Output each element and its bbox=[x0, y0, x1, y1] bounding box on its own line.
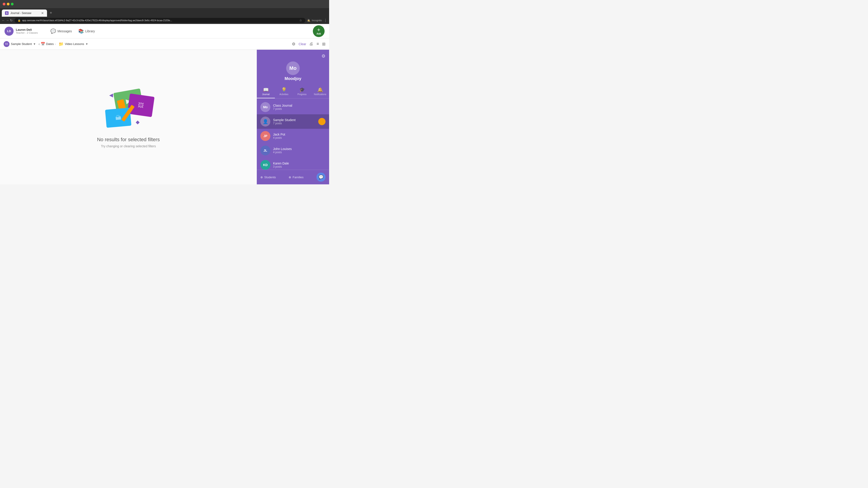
karen-dale-info: Karen Dale 3 posts bbox=[273, 162, 289, 168]
journal-tab-icon: 📖 bbox=[263, 87, 269, 92]
no-results-title: No results for selected filters bbox=[97, 137, 160, 142]
add-label: Add bbox=[316, 33, 321, 35]
sidebar-item-karen-dale[interactable]: KD Karen Dale 3 posts bbox=[257, 158, 329, 170]
list-view-icon[interactable]: ≡ bbox=[316, 41, 319, 46]
jack-pot-info: Jack Pot 4 posts bbox=[273, 133, 285, 139]
folder-name: Video Lessons bbox=[65, 42, 84, 46]
tab-bar: S Journal - Seesaw ✕ + bbox=[0, 8, 329, 17]
close-button[interactable] bbox=[3, 3, 5, 5]
no-results-subtitle: Try changing or clearing selected filter… bbox=[101, 144, 156, 148]
user-info: LD Lauren Deli Teacher - 2 Classes bbox=[4, 27, 38, 36]
folder-chevron-icon: ▼ bbox=[86, 42, 88, 46]
menu-icon[interactable]: ⋮ bbox=[324, 18, 327, 23]
sidebar-tabs: 📖 Journal 💡 Activities 🎓 Progress 🔔 Noti… bbox=[257, 85, 329, 98]
plus-icon: + bbox=[317, 27, 320, 33]
clear-button[interactable]: Clear bbox=[299, 42, 306, 46]
sidebar: ⚙ Mo Moodjoy 📖 Journal 💡 Activities bbox=[257, 50, 329, 184]
date-prev-button[interactable]: ‹ bbox=[38, 42, 39, 46]
library-label: Library bbox=[85, 29, 95, 33]
incognito-label: Incognito bbox=[312, 19, 322, 22]
notifications-tab-label: Notifications bbox=[314, 93, 326, 96]
sidebar-student-list: Mo Class Journal 7 posts 👤 Sample Studen… bbox=[257, 98, 329, 170]
karen-dale-avatar: KD bbox=[260, 160, 270, 170]
sidebar-item-jack-pot[interactable]: JP Jack Pot 4 posts bbox=[257, 129, 329, 143]
no-results-illustration: ▶ 🖼 🏔 ▶ bbox=[97, 86, 160, 131]
students-button[interactable]: ⊕ Students bbox=[260, 175, 276, 179]
john-louises-posts: 4 posts bbox=[273, 151, 292, 154]
karen-dale-posts: 3 posts bbox=[273, 165, 289, 168]
content-area: ▶ 🖼 🏔 ▶ No results for selected bbox=[0, 50, 329, 184]
url-text: app.seesaw.me/#/class/class.e01bf4c2-9a2… bbox=[22, 19, 298, 22]
class-journal-avatar: Mo bbox=[260, 102, 270, 112]
families-button[interactable]: ⊕ Families bbox=[289, 175, 303, 179]
new-tab-button[interactable]: + bbox=[48, 10, 54, 16]
bookmark-icon[interactable]: ☆ bbox=[299, 19, 302, 22]
sample-student-info: Sample Student 7 posts bbox=[273, 118, 315, 125]
plus-families-icon: ⊕ bbox=[289, 175, 291, 179]
tab-activities[interactable]: 💡 Activities bbox=[275, 85, 293, 98]
sample-student-name: Sample Student bbox=[273, 118, 315, 122]
families-label: Families bbox=[292, 175, 303, 179]
date-label: Dates bbox=[46, 42, 54, 46]
active-tab[interactable]: S Journal - Seesaw ✕ bbox=[2, 9, 47, 17]
sidebar-avatar: Mo bbox=[286, 61, 300, 75]
student-avatar: SS bbox=[4, 41, 9, 47]
incognito-icon: 🕵 bbox=[307, 19, 310, 22]
library-link[interactable]: 📚 Library bbox=[78, 29, 95, 34]
tab-journal[interactable]: 📖 Journal bbox=[257, 85, 275, 98]
folder-icon: 📁 bbox=[59, 41, 64, 46]
lock-icon: 🔒 bbox=[18, 19, 21, 22]
tab-favicon: S bbox=[5, 11, 8, 15]
jack-pot-avatar: JP bbox=[260, 131, 270, 141]
minimize-button[interactable] bbox=[7, 3, 9, 5]
activities-tab-label: Activities bbox=[279, 93, 288, 96]
class-journal-name: Class Journal bbox=[273, 104, 292, 107]
folder-badge bbox=[318, 118, 326, 125]
student-chevron-icon: ▼ bbox=[33, 42, 36, 46]
filter-bar: SS Sample Student ▼ ‹ 📅 Dates › 📁 Video … bbox=[0, 38, 329, 50]
window-controls bbox=[3, 3, 13, 5]
sample-student-avatar: 👤 bbox=[260, 117, 270, 127]
sidebar-item-john-louises[interactable]: JL John Louises 4 posts bbox=[257, 143, 329, 158]
add-button[interactable]: + Add bbox=[313, 25, 324, 37]
tab-progress[interactable]: 🎓 Progress bbox=[293, 85, 311, 98]
incognito-badge: 🕵 Incognito bbox=[307, 19, 322, 22]
refresh-button[interactable]: ↻ bbox=[10, 19, 13, 22]
students-label: Students bbox=[264, 175, 276, 179]
messages-link[interactable]: 💬 Messages bbox=[51, 29, 72, 34]
person-icon: 👤 bbox=[263, 119, 268, 124]
filter-settings-icon[interactable]: ⚙ bbox=[292, 41, 296, 46]
settings-icon[interactable]: ⚙ bbox=[321, 53, 326, 59]
student-selector[interactable]: SS Sample Student ▼ bbox=[4, 41, 36, 47]
messages-icon: 💬 bbox=[51, 29, 56, 34]
sidebar-username: Moodjoy bbox=[285, 76, 301, 81]
folder-selector[interactable]: 📁 Video Lessons ▼ bbox=[59, 41, 88, 46]
john-louises-name: John Louises bbox=[273, 147, 292, 151]
sidebar-item-class-journal[interactable]: Mo Class Journal 7 posts bbox=[257, 100, 329, 114]
nav-links: 💬 Messages 📚 Library bbox=[51, 29, 95, 34]
grid-view-icon[interactable]: ⊞ bbox=[322, 41, 326, 46]
avatar: LD bbox=[4, 27, 13, 36]
chat-button[interactable]: 💬 bbox=[316, 173, 326, 182]
tab-title: Journal - Seesaw bbox=[10, 11, 31, 15]
tab-notifications[interactable]: 🔔 Notifications bbox=[311, 85, 329, 98]
sidebar-user: Mo Moodjoy bbox=[257, 61, 329, 85]
url-container[interactable]: 🔒 app.seesaw.me/#/class/class.e01bf4c2-9… bbox=[14, 18, 305, 23]
class-journal-info: Class Journal 7 posts bbox=[273, 104, 292, 110]
jack-pot-name: Jack Pot bbox=[273, 133, 285, 136]
journal-tab-label: Journal bbox=[262, 93, 270, 96]
sidebar-item-sample-student[interactable]: 👤 Sample Student 7 posts bbox=[257, 114, 329, 129]
student-name: Sample Student bbox=[11, 42, 32, 46]
tab-close-icon[interactable]: ✕ bbox=[41, 11, 44, 15]
jack-pot-posts: 4 posts bbox=[273, 136, 285, 139]
print-icon[interactable]: 🖨 bbox=[309, 41, 313, 46]
activities-tab-icon: 💡 bbox=[281, 87, 287, 92]
back-button[interactable]: ← bbox=[2, 19, 5, 22]
forward-button[interactable]: → bbox=[6, 19, 9, 22]
notifications-tab-icon: 🔔 bbox=[317, 87, 323, 92]
illus-arrow: ▶ bbox=[109, 93, 113, 99]
john-louises-avatar: JL bbox=[260, 145, 270, 156]
maximize-button[interactable] bbox=[11, 3, 13, 5]
library-icon: 📚 bbox=[78, 29, 84, 34]
date-next-button[interactable]: › bbox=[55, 42, 56, 46]
